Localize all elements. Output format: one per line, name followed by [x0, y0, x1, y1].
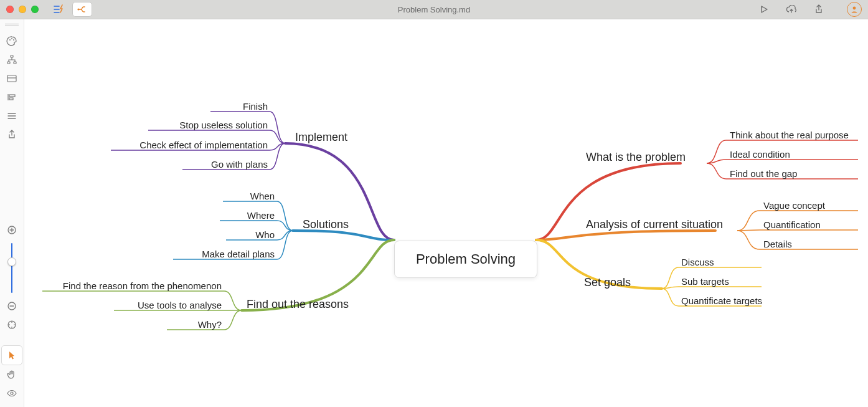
leaf-why[interactable]: Why?: [198, 319, 222, 330]
mindmap-mode-button[interactable]: [72, 2, 92, 17]
leaf-stop-useless[interactable]: Stop useless solution: [179, 120, 268, 130]
preview-tool-button[interactable]: [2, 384, 22, 403]
svg-point-2: [9, 39, 11, 41]
zoom-out-button[interactable]: [2, 297, 22, 315]
svg-point-1: [853, 7, 856, 10]
leaf-where[interactable]: Where: [247, 210, 275, 221]
plus-circle-icon: [7, 225, 17, 235]
branch-find-reasons[interactable]: Find out the reasons: [247, 298, 349, 311]
leaf-go-plans[interactable]: Go with plans: [211, 159, 268, 170]
titlebar: Problem Solving.md: [0, 0, 868, 19]
leaf-details[interactable]: Details: [763, 239, 792, 249]
svg-point-3: [11, 38, 12, 39]
leaf-reason-phenomenon[interactable]: Find the reason from the phenomenon: [63, 280, 222, 291]
leaf-real-purpose[interactable]: Think about the real purpose: [730, 130, 849, 140]
cloud-upload-button[interactable]: [782, 2, 801, 16]
pointer-tool-button[interactable]: [1, 345, 22, 365]
leaf-when[interactable]: When: [250, 191, 275, 201]
document-title: Problem Solving.md: [0, 5, 868, 14]
svg-rect-10: [9, 98, 13, 100]
minimize-window-button[interactable]: [19, 6, 26, 13]
leaf-finish[interactable]: Finish: [243, 101, 268, 112]
layout-icon: [6, 74, 17, 83]
user-icon: [850, 5, 859, 14]
svg-rect-5: [11, 55, 13, 57]
layout-button[interactable]: [2, 69, 22, 88]
sidebar: [0, 19, 24, 407]
align-left-icon: [6, 93, 17, 102]
list-view-button[interactable]: [2, 107, 22, 125]
mindmap-icon: [77, 5, 88, 14]
branch-set-goals[interactable]: Set goals: [584, 276, 631, 289]
structure-button[interactable]: [2, 50, 22, 69]
svg-rect-8: [7, 75, 16, 82]
branch-analysis[interactable]: Analysis of current situation: [586, 218, 723, 231]
zoom-in-button[interactable]: [2, 221, 22, 239]
minus-circle-icon: [7, 301, 17, 311]
hand-tool-button[interactable]: [2, 365, 22, 384]
share-icon: [814, 4, 823, 14]
branch-solutions[interactable]: Solutions: [303, 218, 349, 231]
zoom-window-button[interactable]: [31, 6, 39, 13]
mindmap-center-node[interactable]: Problem Solving: [394, 241, 537, 278]
pointer-icon: [7, 350, 16, 360]
zoom-slider-thumb[interactable]: [7, 257, 16, 266]
svg-point-4: [13, 39, 14, 41]
outline-mode-button[interactable]: [50, 2, 68, 16]
window-traffic-lights: [6, 6, 39, 13]
export-icon: [7, 130, 16, 140]
svg-rect-6: [7, 62, 10, 64]
hierarchy-icon: [6, 54, 17, 65]
leaf-quantification[interactable]: Quantification: [763, 219, 821, 230]
play-icon: [760, 5, 768, 14]
leaf-use-tools[interactable]: Use tools to analyse: [138, 300, 222, 310]
svg-rect-9: [9, 95, 15, 97]
leaf-ideal-condition[interactable]: Ideal condition: [730, 149, 790, 160]
palette-icon: [6, 36, 17, 47]
mindmap-canvas[interactable]: Problem Solving What is the problem Thin…: [24, 19, 868, 407]
center-view-button[interactable]: [2, 315, 22, 334]
zoom-slider[interactable]: [11, 243, 12, 293]
leaf-discuss[interactable]: Discuss: [681, 257, 714, 267]
svg-point-0: [77, 8, 79, 10]
leaf-quantificate[interactable]: Quantificate targets: [681, 295, 762, 306]
mindmap-connectors: [24, 19, 868, 407]
branch-what-is-the-problem[interactable]: What is the problem: [586, 151, 686, 164]
crosshair-icon: [7, 320, 17, 330]
list-bolt-icon: [54, 4, 65, 14]
leaf-who[interactable]: Who: [255, 229, 275, 240]
leaf-vague-concept[interactable]: Vague concept: [763, 200, 825, 211]
eye-icon: [6, 389, 17, 398]
theme-button[interactable]: [2, 32, 22, 50]
workspace: Problem Solving What is the problem Thin…: [0, 19, 868, 407]
export-button[interactable]: [2, 125, 22, 144]
play-button[interactable]: [755, 2, 773, 16]
cloud-upload-icon: [786, 5, 797, 14]
branch-implement[interactable]: Implement: [295, 131, 347, 144]
leaf-check-effect[interactable]: Check effect of implementation: [139, 140, 268, 150]
align-button[interactable]: [2, 88, 22, 107]
list-icon: [7, 112, 17, 120]
leaf-detail-plans[interactable]: Make detail plans: [202, 249, 275, 259]
share-button[interactable]: [809, 2, 828, 16]
account-avatar[interactable]: [847, 2, 862, 17]
svg-point-14: [11, 392, 13, 395]
leaf-find-gap[interactable]: Find out the gap: [730, 168, 797, 179]
sidebar-grip-icon[interactable]: [5, 23, 19, 27]
close-window-button[interactable]: [6, 6, 14, 13]
svg-rect-7: [14, 62, 16, 64]
hand-icon: [7, 370, 17, 380]
leaf-sub-targets[interactable]: Sub targets: [681, 276, 729, 287]
